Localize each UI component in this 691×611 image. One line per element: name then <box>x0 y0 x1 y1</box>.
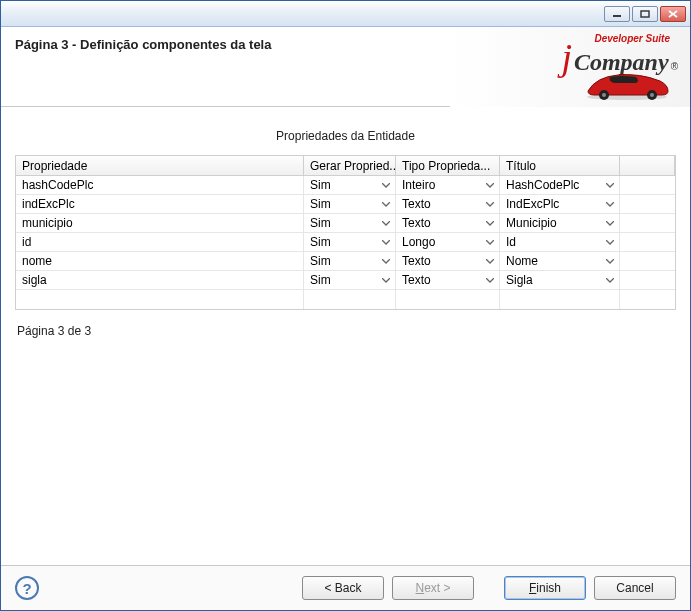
table-row[interactable]: nomeSimTextoNome <box>16 252 675 271</box>
chevron-down-icon <box>603 197 617 211</box>
cell-propriedade[interactable]: id <box>16 233 304 251</box>
chevron-down-icon <box>483 235 497 249</box>
maximize-icon <box>640 10 650 18</box>
table-caption: Propriedades da Entidade <box>15 121 676 147</box>
cell-tipo[interactable]: Texto <box>396 195 500 213</box>
cell-spare <box>620 252 675 270</box>
chevron-down-icon <box>603 216 617 230</box>
wizard-footer: ? < Back Next > Finish Cancel <box>1 565 690 610</box>
chevron-down-icon <box>603 273 617 287</box>
table-row[interactable]: siglaSimTextoSigla <box>16 271 675 290</box>
close-icon <box>668 10 678 18</box>
chevron-down-icon <box>483 197 497 211</box>
table-header-row: Propriedade Gerar Propried... Tipo Propr… <box>16 156 675 176</box>
minimize-button[interactable] <box>604 6 630 22</box>
table-row-empty <box>16 290 675 309</box>
cell-titulo[interactable]: Sigla <box>500 271 620 289</box>
table-row[interactable]: municipioSimTextoMunicipio <box>16 214 675 233</box>
wizard-content: Propriedades da Entidade Propriedade Ger… <box>1 107 690 565</box>
window-titlebar <box>1 1 690 27</box>
chevron-down-icon <box>379 235 393 249</box>
logo-subtitle: Developer Suite <box>594 33 670 44</box>
car-icon <box>582 67 672 101</box>
cell-spare <box>620 176 675 194</box>
properties-table: Propriedade Gerar Propried... Tipo Propr… <box>15 155 676 310</box>
chevron-down-icon <box>483 216 497 230</box>
cell-gerar[interactable]: Sim <box>304 252 396 270</box>
help-button[interactable]: ? <box>15 576 39 600</box>
table-row[interactable]: idSimLongoId <box>16 233 675 252</box>
chevron-down-icon <box>483 273 497 287</box>
chevron-down-icon <box>379 178 393 192</box>
cell-tipo[interactable]: Texto <box>396 271 500 289</box>
back-button[interactable]: < Back <box>302 576 384 600</box>
cell-propriedade[interactable]: indExcPlc <box>16 195 304 213</box>
cell-gerar[interactable]: Sim <box>304 271 396 289</box>
cell-gerar[interactable]: Sim <box>304 214 396 232</box>
chevron-down-icon <box>603 178 617 192</box>
page-indicator: Página 3 de 3 <box>15 318 676 344</box>
logo: Developer Suite j Company ® <box>468 33 678 101</box>
next-button: Next > <box>392 576 474 600</box>
cell-titulo[interactable]: IndExcPlc <box>500 195 620 213</box>
cell-propriedade[interactable]: nome <box>16 252 304 270</box>
cell-tipo[interactable]: Texto <box>396 214 500 232</box>
cell-titulo[interactable]: Municipio <box>500 214 620 232</box>
cell-spare <box>620 214 675 232</box>
cell-gerar[interactable]: Sim <box>304 176 396 194</box>
cell-tipo[interactable]: Texto <box>396 252 500 270</box>
cancel-button[interactable]: Cancel <box>594 576 676 600</box>
chevron-down-icon <box>483 254 497 268</box>
back-label: < Back <box>324 581 361 595</box>
help-icon: ? <box>22 580 31 597</box>
finish-button[interactable]: Finish <box>504 576 586 600</box>
cell-propriedade[interactable]: hashCodePlc <box>16 176 304 194</box>
table-header-tipo[interactable]: Tipo Proprieda... <box>396 156 500 175</box>
cell-titulo[interactable]: HashCodePlc <box>500 176 620 194</box>
cell-titulo[interactable]: Id <box>500 233 620 251</box>
chevron-down-icon <box>603 235 617 249</box>
cancel-label: Cancel <box>616 581 653 595</box>
table-header-spare <box>620 156 675 175</box>
svg-rect-1 <box>641 11 649 17</box>
svg-point-8 <box>650 93 654 97</box>
table-header-propriedade[interactable]: Propriedade <box>16 156 304 175</box>
chevron-down-icon <box>379 216 393 230</box>
cell-spare <box>620 233 675 251</box>
cell-tipo[interactable]: Inteiro <box>396 176 500 194</box>
chevron-down-icon <box>379 197 393 211</box>
table-header-gerar[interactable]: Gerar Propried... <box>304 156 396 175</box>
cell-propriedade[interactable]: municipio <box>16 214 304 232</box>
maximize-button[interactable] <box>632 6 658 22</box>
cell-spare <box>620 195 675 213</box>
minimize-icon <box>612 10 622 18</box>
close-button[interactable] <box>660 6 686 22</box>
logo-j: j <box>561 44 572 71</box>
cell-titulo[interactable]: Nome <box>500 252 620 270</box>
next-label: Next > <box>415 581 450 595</box>
cell-gerar[interactable]: Sim <box>304 233 396 251</box>
chevron-down-icon <box>379 254 393 268</box>
cell-propriedade[interactable]: sigla <box>16 271 304 289</box>
finish-label: Finish <box>529 581 561 595</box>
cell-gerar[interactable]: Sim <box>304 195 396 213</box>
cell-tipo[interactable]: Longo <box>396 233 500 251</box>
table-row[interactable]: indExcPlcSimTextoIndExcPlc <box>16 195 675 214</box>
wizard-banner: Página 3 - Definição componentes da tela… <box>1 27 690 107</box>
chevron-down-icon <box>603 254 617 268</box>
svg-point-6 <box>602 93 606 97</box>
cell-spare <box>620 271 675 289</box>
table-row[interactable]: hashCodePlcSimInteiroHashCodePlc <box>16 176 675 195</box>
chevron-down-icon <box>379 273 393 287</box>
table-header-titulo[interactable]: Título <box>500 156 620 175</box>
chevron-down-icon <box>483 178 497 192</box>
